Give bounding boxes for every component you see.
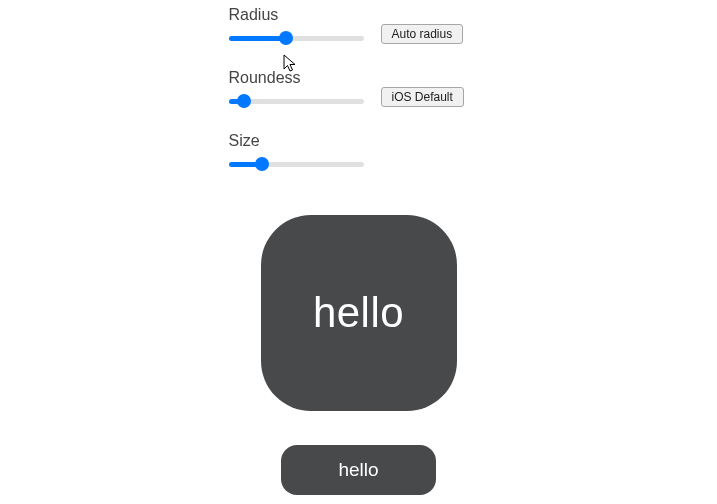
- roundess-slider[interactable]: [229, 98, 364, 104]
- radius-label: Radius: [229, 6, 479, 24]
- ios-default-button[interactable]: iOS Default: [381, 87, 464, 107]
- radius-slider[interactable]: [229, 35, 364, 41]
- size-slider[interactable]: [229, 161, 364, 167]
- preview-squircle: hello: [261, 215, 457, 411]
- roundess-label: Roundess: [229, 69, 479, 87]
- preview-small-text: hello: [338, 459, 378, 481]
- preview-pill: hello: [281, 445, 436, 495]
- preview-big-text: hello: [313, 289, 404, 337]
- size-label: Size: [229, 132, 479, 150]
- auto-radius-button[interactable]: Auto radius: [381, 24, 464, 44]
